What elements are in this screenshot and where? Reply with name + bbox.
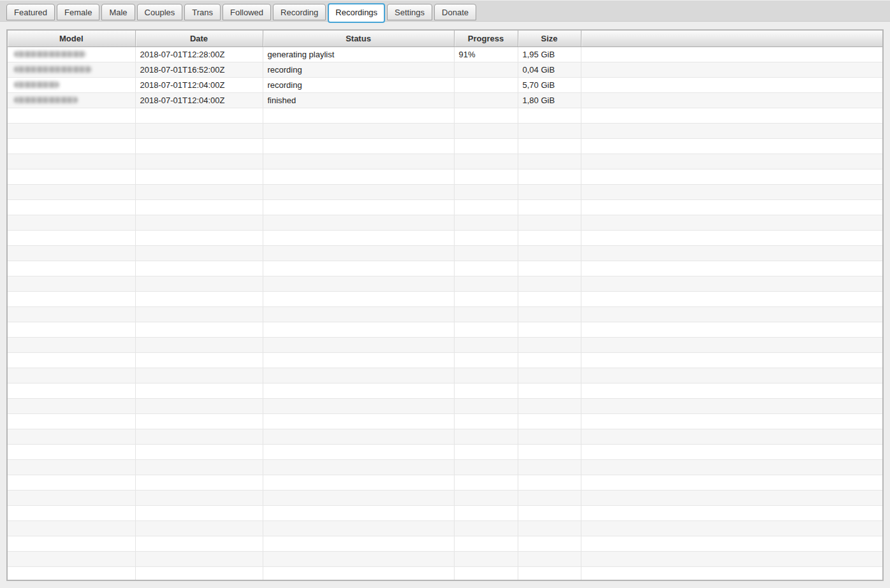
empty-cell xyxy=(8,429,135,444)
tab-donate[interactable]: Donate xyxy=(434,4,476,20)
empty-table-row xyxy=(8,199,882,215)
empty-cell xyxy=(8,291,135,306)
empty-cell xyxy=(8,169,135,184)
table-row[interactable]: 2018-07-01T16:52:00Zrecording0,04 GiB xyxy=(8,62,882,77)
progress-cell xyxy=(454,77,518,92)
recordings-panel: ModelDateStatusProgressSize 2018-07-01T1… xyxy=(6,29,884,581)
empty-cell xyxy=(454,199,518,215)
column-header-progress[interactable]: Progress xyxy=(454,31,518,47)
empty-cell xyxy=(135,291,263,306)
empty-cell xyxy=(135,169,263,184)
empty-cell xyxy=(8,261,135,276)
empty-cell xyxy=(8,322,135,337)
empty-table-row xyxy=(8,429,882,444)
date-cell: 2018-07-01T12:04:00Z xyxy=(135,77,263,92)
tab-recordings[interactable]: Recordings xyxy=(328,3,385,23)
empty-cell xyxy=(263,413,454,429)
empty-cell xyxy=(454,230,518,245)
empty-cell xyxy=(135,261,263,276)
empty-cell xyxy=(518,230,581,245)
empty-cell xyxy=(454,123,518,138)
empty-cell xyxy=(263,322,454,337)
empty-cell xyxy=(8,475,135,490)
empty-table-row xyxy=(8,383,882,398)
empty-cell xyxy=(454,138,518,154)
empty-cell xyxy=(8,154,135,169)
empty-cell xyxy=(263,490,454,505)
empty-cell xyxy=(518,520,581,536)
empty-cell xyxy=(8,215,135,230)
empty-table-row xyxy=(8,551,882,566)
empty-cell xyxy=(518,444,581,459)
status-cell: generating playlist xyxy=(263,47,454,62)
column-header-size[interactable]: Size xyxy=(518,31,581,47)
tab-featured[interactable]: Featured xyxy=(6,4,55,20)
empty-cell xyxy=(8,398,135,413)
empty-table-row xyxy=(8,138,882,154)
redacted-model-name xyxy=(14,82,59,88)
size-cell: 1,95 GiB xyxy=(518,47,581,62)
empty-cell xyxy=(581,413,882,429)
empty-cell xyxy=(518,123,581,138)
table-row[interactable]: 2018-07-01T12:04:00Zrecording5,70 GiB xyxy=(8,77,882,92)
table-row[interactable]: 2018-07-01T12:28:00Zgenerating playlist9… xyxy=(8,47,882,62)
empty-cell xyxy=(135,429,263,444)
model-cell xyxy=(8,62,135,77)
table-row[interactable]: 2018-07-01T12:04:00Zfinished1,80 GiB xyxy=(8,92,882,108)
column-header-model[interactable]: Model xyxy=(8,31,135,47)
column-header-extra[interactable] xyxy=(581,31,882,47)
empty-cell xyxy=(454,306,518,322)
empty-cell xyxy=(263,306,454,322)
empty-cell xyxy=(518,337,581,352)
empty-table-row xyxy=(8,276,882,291)
redacted-model-name xyxy=(14,97,78,103)
tab-recording[interactable]: Recording xyxy=(273,4,326,20)
size-cell: 0,04 GiB xyxy=(518,62,581,77)
empty-cell xyxy=(581,322,882,337)
empty-cell xyxy=(263,123,454,138)
empty-cell xyxy=(454,261,518,276)
empty-cell xyxy=(581,306,882,322)
empty-cell xyxy=(454,184,518,199)
empty-cell xyxy=(581,123,882,138)
empty-cell xyxy=(518,154,581,169)
empty-cell xyxy=(518,138,581,154)
empty-cell xyxy=(454,337,518,352)
empty-table-row xyxy=(8,215,882,230)
empty-cell xyxy=(135,337,263,352)
empty-cell xyxy=(8,276,135,291)
tab-settings[interactable]: Settings xyxy=(387,4,432,20)
empty-table-row xyxy=(8,230,882,245)
empty-cell xyxy=(581,490,882,505)
empty-cell xyxy=(581,429,882,444)
column-header-date[interactable]: Date xyxy=(135,31,263,47)
empty-cell xyxy=(518,169,581,184)
date-cell: 2018-07-01T12:04:00Z xyxy=(135,92,263,108)
empty-cell xyxy=(135,276,263,291)
empty-cell xyxy=(8,352,135,368)
empty-cell xyxy=(263,138,454,154)
empty-cell xyxy=(454,444,518,459)
tab-female[interactable]: Female xyxy=(57,4,99,20)
empty-cell xyxy=(454,551,518,566)
tab-followed[interactable]: Followed xyxy=(222,4,271,20)
empty-cell xyxy=(263,383,454,398)
empty-cell xyxy=(135,413,263,429)
empty-cell xyxy=(263,459,454,475)
tab-male[interactable]: Male xyxy=(101,4,135,20)
empty-cell xyxy=(8,184,135,199)
tab-couples[interactable]: Couples xyxy=(137,4,183,20)
empty-cell xyxy=(518,108,581,123)
empty-cell xyxy=(581,245,882,261)
empty-cell xyxy=(135,199,263,215)
empty-cell xyxy=(263,566,454,581)
empty-table-row xyxy=(8,261,882,276)
column-header-status[interactable]: Status xyxy=(263,31,454,47)
empty-table-row xyxy=(8,291,882,306)
empty-cell xyxy=(135,459,263,475)
empty-cell xyxy=(263,337,454,352)
tab-trans[interactable]: Trans xyxy=(184,4,221,20)
empty-cell xyxy=(135,383,263,398)
empty-cell xyxy=(135,520,263,536)
empty-cell xyxy=(263,352,454,368)
